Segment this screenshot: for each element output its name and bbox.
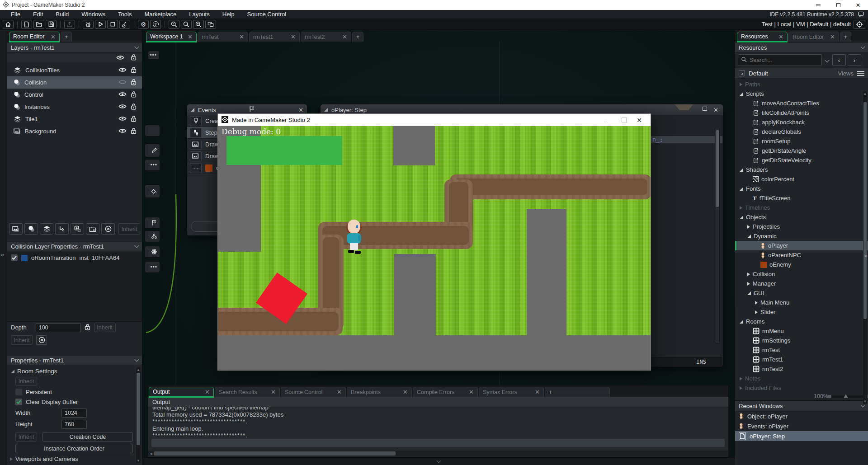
tree-item-getdirstateangle[interactable]: getDirStateAngle (735, 146, 868, 155)
tree-item-objects[interactable]: Objects (735, 212, 868, 222)
layer-inherit-button[interactable]: Inherit (11, 335, 33, 345)
layer-row-control[interactable]: Control (7, 89, 142, 101)
left-dock-tab-room-editor[interactable]: Room Editor✕ (9, 32, 60, 42)
collapsed-triangle-icon[interactable] (747, 272, 750, 276)
open-project-button[interactable] (33, 20, 44, 29)
maximize-icon[interactable] (616, 114, 632, 126)
tree-item-rmtest2[interactable]: rmTest2 (735, 364, 868, 374)
depth-inherit-button[interactable]: Inherit (94, 323, 116, 332)
instance-row[interactable]: oRoomTransition inst_10FFAA64 (7, 252, 142, 263)
close-icon[interactable]: ✕ (535, 389, 540, 395)
collapsed-triangle-icon[interactable] (740, 377, 742, 380)
size-inherit-button[interactable]: Inherit (15, 432, 37, 442)
output-tab-breakpoints[interactable]: Breakpoints✕ (347, 387, 412, 397)
close-icon[interactable]: ✕ (342, 33, 347, 40)
expanded-triangle-icon[interactable] (740, 92, 743, 96)
save-project-button[interactable] (46, 20, 57, 29)
eye-icon[interactable] (116, 55, 124, 61)
close-icon[interactable]: ✕ (291, 33, 296, 40)
tree-item-included-files[interactable]: Included Files (735, 383, 868, 393)
layer-row-instances[interactable]: Instances (7, 101, 142, 113)
collapsed-triangle-icon[interactable] (740, 83, 742, 86)
code-scrollbar[interactable] (715, 128, 720, 343)
search-input[interactable] (750, 57, 808, 63)
instance-checkbox[interactable] (11, 254, 18, 261)
close-icon[interactable]: ✕ (239, 33, 244, 40)
more-options-button[interactable]: ••• (145, 261, 160, 273)
tree-item-gui[interactable]: GUI (735, 288, 868, 298)
lock-icon[interactable] (131, 54, 137, 62)
layer-row-collisiontiles[interactable]: CollisionTiles (7, 64, 142, 76)
clean-button[interactable] (119, 20, 130, 29)
debug-button[interactable] (83, 20, 94, 29)
output-log[interactable]: tilemap_get() - couldn't find specified … (148, 407, 728, 438)
views-menu-icon[interactable] (857, 71, 864, 76)
tree-item-fonts[interactable]: Fonts (735, 184, 868, 193)
add-layer-folder-button[interactable] (86, 223, 99, 235)
collapsed-triangle-icon[interactable] (755, 310, 758, 314)
clear-display-buffer-checkbox[interactable] (15, 399, 22, 405)
tree-item-oenemy[interactable]: oEnemy (735, 260, 868, 269)
resources-header[interactable]: Resources (735, 42, 868, 52)
output-tab-syntax-errors[interactable]: Syntax Errors✕ (479, 387, 544, 397)
tree-item-projectiles[interactable]: Projectiles (735, 222, 868, 231)
right-dock-tab-room-editor[interactable]: Room Editor✕ (788, 32, 839, 42)
output-command-input[interactable] (151, 439, 725, 447)
tile-layer-button[interactable] (40, 223, 53, 235)
lock-icon[interactable] (131, 127, 137, 136)
workspace-tab-rmtest1[interactable]: rmTest1✕ (249, 32, 300, 42)
help-button[interactable]: ? (150, 20, 161, 29)
run-config-label[interactable]: Test | Local | VM | Default | default (762, 21, 851, 28)
zoom-slider[interactable] (832, 395, 863, 398)
feedback-bubble-icon[interactable] (858, 11, 864, 17)
close-icon[interactable]: ✕ (298, 107, 303, 113)
tree-item-oparentnpc[interactable]: oParentNPC (735, 250, 868, 260)
room-height-input[interactable] (61, 420, 87, 429)
tree-item-shaders[interactable]: Shaders (735, 165, 868, 174)
zoom-reset-button[interactable] (181, 20, 192, 29)
expanded-triangle-icon[interactable] (747, 235, 751, 238)
tree-item-applyknockback[interactable]: applyKnockback (735, 117, 868, 127)
resource-group-row[interactable]: Default Views (735, 68, 868, 79)
menu-layouts[interactable]: Layouts (183, 11, 216, 18)
add-layer-button[interactable] (71, 223, 84, 235)
tree-item-scripts[interactable]: Scripts (735, 89, 868, 99)
tree-item-declareglobals[interactable]: declareGlobals (735, 127, 868, 136)
zoom-in-button[interactable] (193, 20, 204, 29)
search-filter-chevron-icon[interactable] (825, 58, 830, 62)
game-viewport[interactable]: Debug mode: 0 (218, 126, 651, 370)
recent-windows-header[interactable]: Recent Windows (735, 400, 868, 411)
layers-header[interactable]: Layers - rmTest1 (7, 42, 142, 52)
tree-item-roomsetup[interactable]: roomSetup (735, 136, 868, 146)
eye-icon[interactable] (118, 67, 127, 74)
tree-item-collision[interactable]: Collision (735, 269, 868, 279)
toolbox-field[interactable] (145, 125, 160, 136)
depth-input[interactable] (36, 323, 81, 332)
creation-code-button[interactable]: Creation Code (42, 432, 133, 442)
collapsed-triangle-icon[interactable] (740, 206, 742, 210)
lock-icon[interactable] (131, 91, 137, 99)
search-prev-button[interactable]: ‹ (832, 54, 846, 66)
layout-windows-button[interactable] (205, 20, 216, 29)
close-icon[interactable]: ✕ (632, 114, 647, 126)
recent-window-oplayer-step[interactable]: oPlayer: Step (735, 431, 868, 441)
window-maximize-button[interactable] (828, 0, 848, 10)
tree-item-rooms[interactable]: Rooms (735, 317, 868, 326)
game-options-button[interactable]: ⚙ (138, 20, 149, 29)
nodes-tool-button[interactable] (145, 230, 160, 242)
collapse-triangle-icon[interactable] (191, 108, 194, 112)
lock-icon[interactable] (131, 103, 137, 111)
expanded-triangle-icon[interactable] (740, 216, 743, 219)
tree-item-rmtest[interactable]: rmTest (735, 345, 868, 355)
workspace-tab-rmtest2[interactable]: rmTest2✕ (301, 32, 351, 42)
tree-item-main-menu[interactable]: Main Menu (735, 298, 868, 307)
background-layer-button[interactable] (9, 223, 23, 235)
menu-tools[interactable]: Tools (112, 11, 138, 18)
room-inherit-button[interactable]: Inherit (15, 377, 37, 386)
run-target-button[interactable] (854, 20, 865, 29)
instance-color-swatch[interactable] (21, 255, 28, 261)
pencil-tool-button[interactable] (145, 144, 160, 157)
window-minimize-button[interactable] (808, 0, 828, 10)
zoom-out-button[interactable] (169, 20, 179, 29)
tree-item-paths[interactable]: Paths (735, 80, 868, 89)
